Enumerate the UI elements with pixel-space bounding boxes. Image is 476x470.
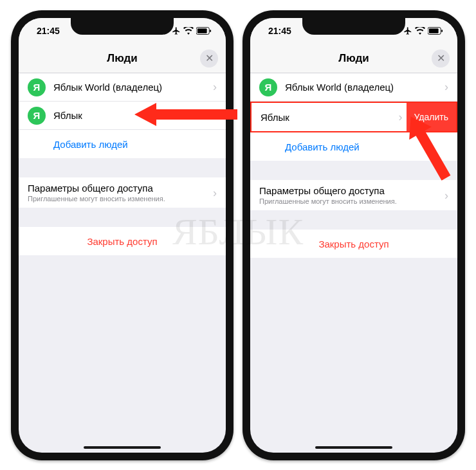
wifi-icon	[415, 27, 425, 35]
wifi-icon	[183, 27, 194, 35]
owner-row[interactable]: Я Яблык World (владелец) ›	[19, 73, 226, 102]
close-access-section: Закрыть доступ	[19, 227, 226, 255]
avatar: Я	[28, 78, 46, 96]
member-name: Яблык	[261, 112, 399, 123]
spacer	[19, 158, 226, 177]
add-people-label: Добавить людей	[53, 139, 128, 150]
avatar: Я	[259, 78, 277, 96]
owner-name: Яблык World (владелец)	[285, 82, 444, 93]
screen: 21:45 Люди ✕ Я Яблык World (владелец) ›	[250, 18, 457, 453]
close-access-button[interactable]: Закрыть доступ	[19, 227, 226, 255]
svg-rect-5	[429, 28, 439, 33]
spacer	[19, 208, 226, 227]
nav-bar: Люди ✕	[250, 44, 457, 73]
settings-section: Параметры общего доступа Приглашенные мо…	[19, 177, 226, 208]
close-icon: ✕	[437, 52, 445, 64]
settings-subtitle: Приглашенные могут вносить изменения.	[259, 197, 397, 205]
phone-right: 21:45 Люди ✕ Я Яблык World (владелец) ›	[243, 10, 465, 460]
home-indicator[interactable]	[84, 446, 161, 449]
close-button[interactable]: ✕	[432, 50, 450, 68]
svg-rect-1	[197, 28, 207, 33]
nav-title: Люди	[338, 52, 369, 65]
annotation-arrow-left	[134, 100, 237, 129]
spacer	[250, 210, 457, 230]
add-people-label: Добавить людей	[285, 141, 360, 152]
status-time: 21:45	[268, 26, 291, 36]
svg-marker-7	[406, 112, 451, 183]
owner-name: Яблык World (владелец)	[53, 82, 213, 93]
airplane-icon	[172, 26, 181, 35]
chevron-right-icon: ›	[444, 80, 448, 94]
close-button[interactable]: ✕	[200, 50, 218, 68]
chevron-right-icon: ›	[399, 111, 403, 124]
airplane-icon	[403, 26, 412, 35]
notch	[71, 18, 174, 35]
battery-icon	[196, 27, 212, 35]
notch	[302, 18, 405, 35]
phone-left: 21:45 Люди ✕ Я Яблык World (владелец) ›	[11, 10, 233, 460]
settings-title: Параметры общего доступа	[259, 185, 385, 196]
close-icon: ✕	[205, 52, 214, 64]
close-access-label: Закрыть доступ	[87, 236, 157, 247]
close-access-section: Закрыть доступ	[250, 230, 457, 258]
battery-icon	[428, 27, 443, 35]
avatar: Я	[28, 107, 46, 125]
sharing-settings-row[interactable]: Параметры общего доступа Приглашенные мо…	[250, 180, 457, 210]
sharing-settings-row[interactable]: Параметры общего доступа Приглашенные мо…	[19, 177, 226, 208]
chevron-right-icon: ›	[213, 80, 217, 94]
nav-title: Люди	[107, 52, 137, 65]
add-people-button[interactable]: Добавить людей	[19, 130, 226, 158]
home-indicator[interactable]	[315, 446, 392, 449]
chevron-right-icon: ›	[444, 188, 448, 202]
screen: 21:45 Люди ✕ Я Яблык World (владелец) ›	[19, 18, 226, 453]
status-icons	[172, 26, 212, 35]
settings-subtitle: Приглашенные могут вносить изменения.	[28, 195, 165, 203]
settings-section: Параметры общего доступа Приглашенные мо…	[250, 180, 457, 210]
close-access-label: Закрыть доступ	[318, 239, 389, 249]
svg-marker-3	[134, 103, 237, 126]
svg-rect-2	[210, 30, 211, 32]
annotation-arrow-up	[406, 112, 451, 183]
nav-bar: Люди ✕	[19, 44, 226, 73]
owner-row[interactable]: Я Яблык World (владелец) ›	[250, 73, 457, 102]
settings-title: Параметры общего доступа	[28, 183, 153, 194]
status-icons	[403, 26, 443, 35]
svg-rect-6	[441, 30, 443, 32]
close-access-button[interactable]: Закрыть доступ	[250, 230, 457, 258]
chevron-right-icon: ›	[213, 186, 217, 199]
status-time: 21:45	[37, 26, 60, 36]
